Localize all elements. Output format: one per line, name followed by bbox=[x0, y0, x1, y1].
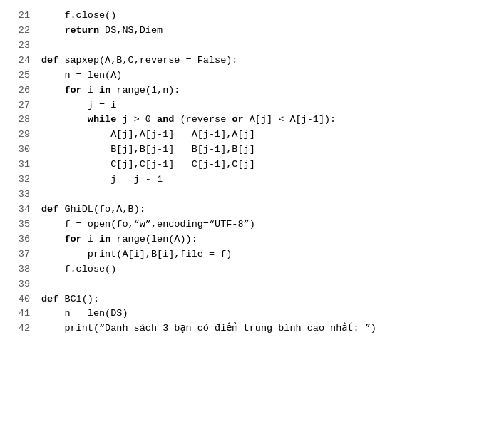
line-content: return DS,NS,Diem bbox=[41, 24, 163, 38]
code-line: 29 A[j],A[j-1] = A[j-1],A[j] bbox=[0, 128, 504, 143]
line-number: 42 bbox=[9, 322, 30, 336]
line-content: print(“Danh sách 3 bạn có điểm trung bìn… bbox=[41, 322, 376, 336]
code-line: 36 for i in range(len(A)): bbox=[0, 232, 504, 247]
line-content: def GhiDL(fo,A,B): bbox=[41, 202, 145, 217]
line-number: 33 bbox=[9, 187, 30, 202]
code-line: 39 bbox=[0, 277, 504, 292]
line-content: f.close() bbox=[41, 9, 116, 24]
code-line: 33 bbox=[0, 187, 504, 202]
line-number: 24 bbox=[9, 53, 30, 68]
line-content: def BC1(): bbox=[41, 292, 99, 307]
line-content: def sapxep(A,B,C,reverse = False): bbox=[41, 53, 237, 68]
line-content: C[j],C[j-1] = C[j-1],C[j] bbox=[41, 158, 255, 173]
line-content: j = j - 1 bbox=[41, 173, 163, 187]
line-number: 25 bbox=[9, 68, 30, 83]
line-content: f = open(fo,“w”,encoding=“UTF-8”) bbox=[41, 217, 255, 232]
line-content: B[j],B[j-1] = B[j-1],B[j] bbox=[41, 143, 255, 158]
line-content: n = len(DS) bbox=[41, 307, 128, 322]
code-line: 26 for i in range(1,n): bbox=[0, 83, 504, 98]
line-number: 31 bbox=[9, 158, 30, 173]
code-line: 28 while j > 0 and (reverse or A[j] < A[… bbox=[0, 113, 504, 128]
code-line: 42 print(“Danh sách 3 bạn có điểm trung … bbox=[0, 322, 504, 336]
line-number: 37 bbox=[9, 247, 30, 262]
code-line: 23 bbox=[0, 38, 504, 53]
line-number: 21 bbox=[9, 9, 30, 24]
line-number: 26 bbox=[9, 83, 30, 98]
line-content: print(A[i],B[i],file = f) bbox=[41, 247, 232, 262]
line-content: n = len(A) bbox=[41, 68, 122, 83]
line-number: 36 bbox=[9, 232, 30, 247]
line-number: 29 bbox=[9, 128, 30, 143]
line-content: while j > 0 and (reverse or A[j] < A[j-1… bbox=[41, 113, 336, 128]
code-line: 34def GhiDL(fo,A,B): bbox=[0, 202, 504, 217]
line-number: 28 bbox=[9, 113, 30, 128]
code-line: 21 f.close() bbox=[0, 9, 504, 24]
code-line: 27 j = i bbox=[0, 98, 504, 113]
line-content: A[j],A[j-1] = A[j-1],A[j] bbox=[41, 128, 255, 143]
code-line: 37 print(A[i],B[i],file = f) bbox=[0, 247, 504, 262]
code-container: 21 f.close()22 return DS,NS,Diem2324def … bbox=[0, 6, 504, 432]
line-number: 27 bbox=[9, 98, 30, 113]
code-line: 41 n = len(DS) bbox=[0, 307, 504, 322]
code-line: 30 B[j],B[j-1] = B[j-1],B[j] bbox=[0, 143, 504, 158]
code-line: 25 n = len(A) bbox=[0, 68, 504, 83]
code-line: 32 j = j - 1 bbox=[0, 173, 504, 187]
line-number: 32 bbox=[9, 173, 30, 187]
line-content: for i in range(len(A)): bbox=[41, 232, 197, 247]
line-number: 35 bbox=[9, 217, 30, 232]
line-number: 34 bbox=[9, 202, 30, 217]
code-line: 35 f = open(fo,“w”,encoding=“UTF-8”) bbox=[0, 217, 504, 232]
line-number: 38 bbox=[9, 262, 30, 277]
line-number: 30 bbox=[9, 143, 30, 158]
line-number: 23 bbox=[9, 38, 30, 53]
line-number: 22 bbox=[9, 24, 30, 38]
code-line: 40def BC1(): bbox=[0, 292, 504, 307]
code-line: 22 return DS,NS,Diem bbox=[0, 24, 504, 38]
line-content: j = i bbox=[41, 98, 116, 113]
line-number: 39 bbox=[9, 277, 30, 292]
code-line: 38 f.close() bbox=[0, 262, 504, 277]
code-line: 31 C[j],C[j-1] = C[j-1],C[j] bbox=[0, 158, 504, 173]
code-line: 24def sapxep(A,B,C,reverse = False): bbox=[0, 53, 504, 68]
line-content: f.close() bbox=[41, 262, 116, 277]
line-number: 41 bbox=[9, 307, 30, 322]
line-number: 40 bbox=[9, 292, 30, 307]
line-content: for i in range(1,n): bbox=[41, 83, 180, 98]
